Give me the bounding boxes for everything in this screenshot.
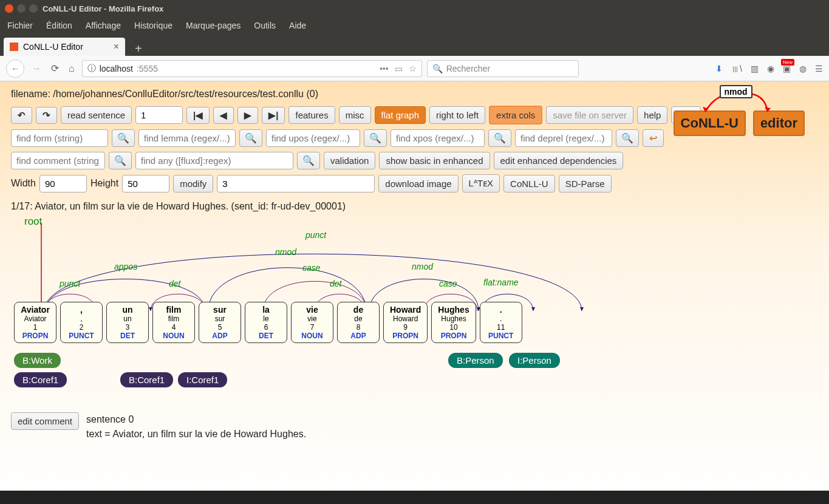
menu-file[interactable]: Fichier bbox=[7, 21, 33, 30]
misc-button[interactable]: misc bbox=[339, 106, 371, 124]
window-title: CoNLL-U Editor - Mozilla Firefox bbox=[43, 4, 163, 13]
bookmark-star-icon[interactable]: ☆ bbox=[409, 64, 417, 73]
find-upos-input[interactable] bbox=[266, 129, 360, 147]
token-4[interactable]: filmfilm4NOUN bbox=[152, 302, 195, 343]
save-button[interactable]: save file on server bbox=[546, 106, 633, 124]
page-action-icon[interactable]: ••• bbox=[380, 64, 389, 73]
height-input[interactable] bbox=[122, 175, 169, 192]
site-info-icon[interactable]: ⓘ bbox=[87, 63, 96, 74]
window-close-button[interactable] bbox=[5, 4, 13, 13]
tab-close-button[interactable]: × bbox=[114, 41, 119, 52]
arc-label-case2[interactable]: case bbox=[439, 279, 457, 288]
reader-mode-icon[interactable]: ▭ bbox=[395, 64, 403, 73]
nav-forward-button[interactable]: → bbox=[29, 61, 44, 77]
sdparse-button[interactable]: SD-Parse bbox=[559, 175, 612, 192]
find-form-go[interactable]: 🔍 bbox=[112, 129, 135, 147]
hamburger-menu-icon[interactable]: ☰ bbox=[815, 64, 823, 73]
find-form-input[interactable] bbox=[11, 129, 108, 147]
menu-edit[interactable]: Édition bbox=[46, 21, 72, 30]
addon-icon[interactable]: ▣ bbox=[783, 64, 791, 73]
tag-icoref[interactable]: I:Coref1 bbox=[178, 372, 227, 387]
read-sentence-button[interactable]: read sentence bbox=[61, 106, 132, 124]
menu-tools[interactable]: Outils bbox=[254, 21, 276, 30]
tag-iperson[interactable]: I:Person bbox=[509, 353, 560, 368]
latex-button[interactable]: LᴬTᴇX bbox=[462, 174, 500, 192]
find-comment-input[interactable] bbox=[11, 152, 105, 169]
arc-label-det[interactable]: det bbox=[169, 279, 180, 288]
sidebar-icon[interactable]: ▥ bbox=[751, 64, 759, 73]
shield-icon[interactable]: ◉ bbox=[767, 64, 774, 73]
nav-back-button[interactable]: ← bbox=[6, 60, 24, 78]
find-upos-go[interactable]: 🔍 bbox=[364, 129, 387, 147]
new-tab-button[interactable]: + bbox=[129, 42, 148, 56]
tag-bcoref-2[interactable]: B:Coref1 bbox=[120, 372, 173, 387]
last-sentence-button[interactable]: ▶| bbox=[262, 107, 285, 124]
edit-comment-button[interactable]: edit comment bbox=[11, 412, 79, 430]
find-lemma-go[interactable]: 🔍 bbox=[239, 129, 262, 147]
first-sentence-button[interactable]: |◀ bbox=[186, 107, 210, 124]
tag-bperson[interactable]: B:Person bbox=[448, 353, 503, 368]
rtl-button[interactable]: right to left bbox=[429, 106, 485, 124]
url-bar[interactable]: ⓘ localhost:5555 ••• ▭ ☆ bbox=[82, 60, 422, 77]
menu-history[interactable]: Historique bbox=[134, 21, 172, 30]
token-6[interactable]: lale6DET bbox=[245, 302, 287, 343]
redo-button[interactable]: ↷ bbox=[36, 107, 57, 124]
three-input[interactable] bbox=[217, 175, 375, 192]
nav-home-button[interactable]: ⌂ bbox=[66, 61, 77, 77]
extra-cols-button[interactable]: extra cols bbox=[489, 106, 542, 124]
library-icon[interactable]: ⫼\ bbox=[731, 64, 742, 73]
find-lemma-input[interactable] bbox=[138, 129, 236, 147]
sentence-number-input[interactable] bbox=[135, 106, 183, 124]
find-deprel-go[interactable]: 🔍 bbox=[616, 129, 639, 147]
help-button[interactable]: help bbox=[637, 106, 667, 124]
find-comment-go[interactable]: 🔍 bbox=[109, 152, 132, 169]
menu-view[interactable]: Affichage bbox=[86, 21, 121, 30]
find-any-go[interactable]: 🔍 bbox=[297, 152, 320, 169]
arc-label-case[interactable]: case bbox=[302, 263, 321, 273]
token-3[interactable]: unun3DET bbox=[106, 302, 149, 343]
download-image-button[interactable]: download image bbox=[378, 175, 458, 192]
token-5[interactable]: sursur5ADP bbox=[199, 302, 241, 343]
downloads-icon[interactable]: ⬇ bbox=[715, 64, 723, 73]
features-button[interactable]: features bbox=[288, 106, 335, 124]
find-xpos-go[interactable]: 🔍 bbox=[488, 129, 511, 147]
width-input[interactable] bbox=[39, 175, 87, 192]
undo-button[interactable]: ↶ bbox=[11, 107, 32, 124]
profile-icon[interactable]: ◍ bbox=[799, 64, 807, 73]
prev-sentence-button[interactable]: ◀ bbox=[213, 107, 234, 124]
token-11[interactable]: ..11PUNCT bbox=[480, 302, 522, 343]
tag-bcoref-1[interactable]: B:Coref1 bbox=[14, 372, 67, 387]
arc-label-punct[interactable]: punct bbox=[305, 230, 326, 240]
token-8[interactable]: dede8ADP bbox=[337, 302, 380, 343]
tag-bwork[interactable]: B:Work bbox=[14, 353, 61, 368]
token-1[interactable]: AviatorAviator1PROPN bbox=[14, 302, 56, 343]
find-deprel-input[interactable] bbox=[515, 129, 612, 147]
browser-tab[interactable]: CoNLL-U Editor × bbox=[4, 38, 125, 56]
arc-label-det2[interactable]: det bbox=[330, 279, 341, 288]
flat-graph-button[interactable]: flat graph bbox=[375, 106, 426, 124]
next-sentence-button[interactable]: ▶ bbox=[237, 107, 258, 124]
conllu-button[interactable]: CoNLL-U bbox=[503, 175, 555, 192]
token-9[interactable]: HowardHoward9PROPN bbox=[383, 302, 428, 343]
search-bar[interactable]: 🔍 Rechercher bbox=[427, 60, 579, 77]
nav-reload-button[interactable]: ⟳ bbox=[49, 60, 61, 77]
window-minimize-button[interactable] bbox=[17, 4, 26, 13]
window-maximize-button[interactable] bbox=[29, 4, 38, 13]
find-xpos-input[interactable] bbox=[391, 129, 485, 147]
menu-help[interactable]: Aide bbox=[289, 21, 306, 30]
find-any-input[interactable] bbox=[135, 152, 293, 169]
find-undo-button[interactable]: ↩ bbox=[643, 129, 664, 147]
arc-label-punct2[interactable]: punct bbox=[60, 279, 80, 288]
token-7[interactable]: vievie7NOUN bbox=[291, 302, 333, 343]
arc-label-appos[interactable]: appos bbox=[114, 262, 137, 271]
show-basic-button[interactable]: show basic in enhanced bbox=[379, 152, 490, 169]
menu-bookmarks[interactable]: Marque-pages bbox=[186, 21, 241, 30]
token-10[interactable]: HughesHughes10PROPN bbox=[431, 302, 476, 343]
modify-button[interactable]: modify bbox=[173, 175, 213, 192]
token-2[interactable]: ,,2PUNCT bbox=[60, 302, 103, 343]
edit-enhanced-button[interactable]: edit enhanced dependencies bbox=[494, 152, 624, 169]
arc-label-nmod[interactable]: nmod bbox=[275, 247, 296, 257]
arc-label-flatname[interactable]: flat:name bbox=[483, 278, 519, 287]
validation-button[interactable]: validation bbox=[324, 152, 375, 169]
arc-label-nmod2[interactable]: nmod bbox=[412, 262, 433, 271]
